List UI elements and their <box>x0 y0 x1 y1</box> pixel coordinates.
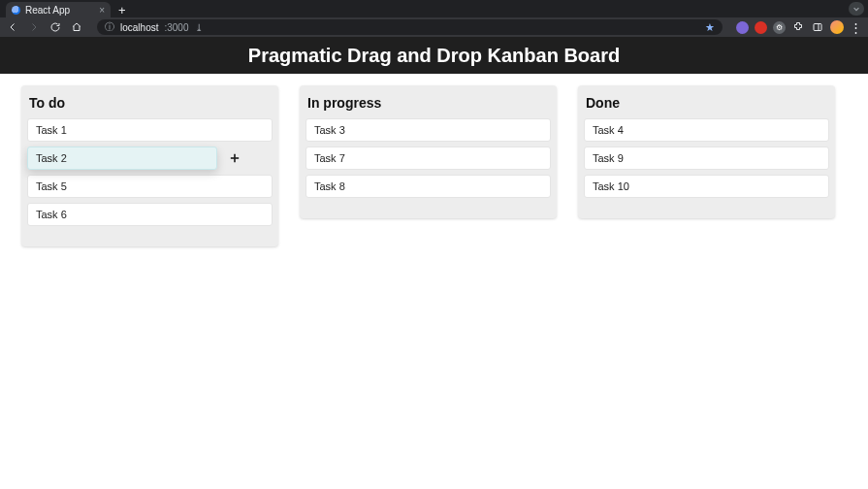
card-label: Task 8 <box>314 180 345 192</box>
kanban-card[interactable]: Task 3 <box>305 118 551 142</box>
card-label: Task 3 <box>314 124 345 136</box>
tab-title: React App <box>25 5 70 16</box>
extensions-menu-icon[interactable] <box>791 20 805 34</box>
site-info-icon[interactable]: ⓘ <box>105 20 114 34</box>
browser-toolbar: ⓘ localhost:3000 ⤓ ★ ⚙ ⋮ <box>0 17 868 37</box>
extension-icon[interactable] <box>736 21 749 34</box>
card-label: Task 10 <box>593 180 629 192</box>
card-label: Task 9 <box>593 152 624 164</box>
forward-button[interactable] <box>27 20 41 34</box>
home-button[interactable] <box>70 20 83 34</box>
url-port: :3000 <box>164 22 188 33</box>
column-drop-zone[interactable] <box>27 231 273 241</box>
tab-strip: React App × + <box>0 0 868 17</box>
column-title: Done <box>584 91 829 118</box>
address-bar[interactable]: ⓘ localhost:3000 ⤓ ★ <box>97 19 723 35</box>
kanban-column[interactable]: In progressTask 3Task 7Task 8 <box>300 85 557 218</box>
browser-chrome: React App × + ⓘ localhost:3000 ⤓ ★ <box>0 0 868 37</box>
card-label: Task 7 <box>314 152 345 164</box>
kanban-column[interactable]: DoneTask 4Task 9Task 10 <box>578 85 835 218</box>
card-label: Task 2 <box>36 152 67 164</box>
side-panel-icon[interactable] <box>811 20 824 34</box>
browser-tab[interactable]: React App × <box>6 2 111 17</box>
kanban-card[interactable]: Task 5 <box>27 175 273 198</box>
tab-close-icon[interactable]: × <box>99 5 105 16</box>
new-tab-button[interactable]: + <box>118 4 126 16</box>
react-favicon-icon <box>12 6 20 15</box>
svg-rect-0 <box>814 24 821 31</box>
extension-icon[interactable] <box>755 21 767 34</box>
extension-icon[interactable]: ⚙ <box>773 21 786 34</box>
column-title: In progress <box>305 91 551 118</box>
kanban-card[interactable]: Task 9 <box>584 147 829 170</box>
card-label: Task 6 <box>36 209 67 220</box>
bookmark-star-icon[interactable]: ★ <box>705 21 715 34</box>
kanban-card[interactable]: Task 6 <box>27 203 273 226</box>
page-header: Pragmatic Drag and Drop Kanban Board <box>0 37 868 74</box>
page-title: Pragmatic Drag and Drop Kanban Board <box>248 45 620 67</box>
kanban-board: To doTask 1Task 2Task 5Task 6In progress… <box>0 74 868 258</box>
drag-cursor-plus-icon <box>228 151 241 165</box>
reload-button[interactable] <box>48 20 62 34</box>
window-control-icon[interactable] <box>849 2 864 16</box>
browser-menu-icon[interactable]: ⋮ <box>850 21 862 34</box>
kanban-column[interactable]: To doTask 1Task 2Task 5Task 6 <box>21 85 278 246</box>
column-drop-zone[interactable] <box>305 203 551 212</box>
column-drop-zone[interactable] <box>584 203 829 212</box>
extension-icons: ⚙ ⋮ <box>736 20 862 34</box>
kanban-card[interactable]: Task 10 <box>584 175 829 198</box>
kanban-card[interactable]: Task 8 <box>305 175 551 198</box>
card-label: Task 1 <box>36 124 67 136</box>
column-title: To do <box>27 91 273 118</box>
kanban-card[interactable]: Task 1 <box>27 118 273 142</box>
url-host: localhost <box>120 22 158 33</box>
page-viewport: Pragmatic Drag and Drop Kanban Board To … <box>0 37 868 489</box>
kanban-card[interactable]: Task 4 <box>584 118 829 142</box>
kanban-card[interactable]: Task 7 <box>305 147 551 170</box>
back-button[interactable] <box>6 20 19 34</box>
kanban-card[interactable]: Task 2 <box>27 147 217 170</box>
profile-avatar[interactable] <box>830 20 844 34</box>
card-label: Task 4 <box>593 124 624 136</box>
card-label: Task 5 <box>36 180 67 192</box>
install-app-icon[interactable]: ⤓ <box>195 22 203 33</box>
